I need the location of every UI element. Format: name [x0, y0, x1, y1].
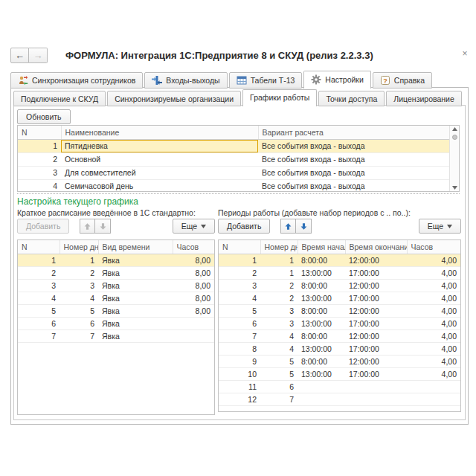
cell[interactable]: 4,00	[407, 355, 460, 367]
cell[interactable]: 8,00	[173, 292, 214, 304]
move-up-button[interactable]	[80, 219, 95, 234]
cell[interactable]: 8:00:00	[298, 355, 345, 367]
table-row[interactable]: 116	[219, 380, 460, 393]
tab-help[interactable]: ? Справка	[373, 72, 432, 89]
cell[interactable]: 4	[219, 292, 260, 304]
cell[interactable]: 13:00:00	[298, 342, 345, 355]
cell[interactable]: 13:00:00	[298, 367, 345, 380]
cell[interactable]	[407, 380, 460, 393]
table-row[interactable]: 11Явка8,00	[18, 254, 214, 266]
cell[interactable]: Явка	[98, 279, 173, 292]
cell[interactable]: 4	[60, 292, 98, 304]
cell[interactable]: 1	[60, 254, 98, 266]
cell[interactable]: 7	[260, 393, 298, 405]
cell[interactable]: Семичасовой день	[61, 179, 258, 192]
cell[interactable]: 12	[219, 393, 260, 405]
cell[interactable]: 8:00:00	[298, 254, 345, 266]
table-row[interactable]: 4Семичасовой деньВсе события входа - вых…	[18, 179, 449, 192]
cell[interactable]: 4	[18, 179, 61, 192]
cell[interactable]: 4,00	[407, 292, 460, 304]
table-row[interactable]: 538:00:0012:00:004,00	[219, 304, 460, 317]
column-header[interactable]: Вид времени	[98, 240, 173, 254]
cell[interactable]: 2	[18, 266, 60, 279]
cell[interactable]: Для совместителей	[61, 166, 258, 179]
column-header[interactable]: Наименование	[61, 126, 258, 139]
cell[interactable]	[173, 329, 214, 342]
cell[interactable]	[298, 393, 345, 405]
cell[interactable]: Явка	[98, 317, 173, 329]
cell[interactable]: 4,00	[407, 317, 460, 329]
cell[interactable]: 9	[219, 355, 260, 367]
cell[interactable]: 1	[219, 254, 260, 266]
move-up-button[interactable]	[280, 219, 296, 234]
tab-sync-employees[interactable]: Синхронизация сотрудников	[10, 72, 143, 89]
cell[interactable]: 4,00	[407, 254, 460, 266]
cell[interactable]: 7	[60, 329, 98, 342]
cell[interactable]: 12:00:00	[345, 304, 407, 317]
cell[interactable]	[345, 380, 407, 393]
tab-settings[interactable]: Настройки	[303, 71, 371, 89]
cell[interactable]: 5	[60, 304, 98, 317]
cell[interactable]: 17:00:00	[345, 266, 407, 279]
more-button[interactable]: Еще	[419, 219, 461, 234]
table-row[interactable]: 2113:00:0017:00:004,00	[219, 266, 460, 279]
column-header[interactable]: Номер дня	[60, 240, 98, 254]
cell[interactable]	[173, 317, 214, 329]
forward-button[interactable]: →	[29, 48, 48, 63]
table-row[interactable]: 77Явка	[18, 329, 214, 342]
table-row[interactable]: 33Явка8,00	[18, 279, 214, 292]
cell[interactable]	[407, 393, 460, 405]
cell[interactable]: 1	[18, 139, 61, 152]
scrollbar-thumb[interactable]	[452, 135, 457, 140]
move-down-button[interactable]	[95, 219, 111, 234]
cell[interactable]: 6	[60, 317, 98, 329]
cell[interactable]	[345, 393, 407, 405]
scroll-down-icon[interactable]	[452, 186, 457, 190]
cell[interactable]: Явка	[98, 329, 173, 342]
cell[interactable]: 11	[219, 380, 260, 393]
cell[interactable]: 2	[18, 152, 61, 166]
cell[interactable]: Все события входа - выхода	[258, 139, 449, 152]
cell[interactable]: 6	[219, 317, 260, 329]
cell[interactable]: 8:00:00	[298, 279, 345, 292]
cell[interactable]: 13:00:00	[298, 292, 345, 304]
cell[interactable]: 4	[260, 329, 298, 342]
subtab-licensing[interactable]: Лицензирование	[386, 91, 461, 106]
cell[interactable]: 12:00:00	[345, 279, 407, 292]
table-row[interactable]: 3Для совместителейВсе события входа - вы…	[18, 166, 449, 179]
table-row[interactable]: 55Явка8,00	[18, 304, 214, 317]
cell[interactable]: 8	[219, 342, 260, 355]
cell[interactable]: 8:00:00	[298, 304, 345, 317]
column-header[interactable]: Часов	[173, 240, 214, 254]
close-icon[interactable]: ×	[459, 48, 471, 60]
table-row[interactable]: 22Явка8,00	[18, 266, 214, 279]
cell[interactable]: 7	[18, 329, 60, 342]
cell[interactable]: 8,00	[173, 304, 214, 317]
add-button[interactable]: Добавить	[17, 219, 69, 234]
cell[interactable]	[298, 380, 345, 393]
subtab-synced-organizations[interactable]: Синхронизируемые организации	[107, 91, 241, 106]
table-row[interactable]: 1ПятидневкаВсе события входа - выхода	[18, 139, 449, 152]
column-header[interactable]: Время окончания	[345, 240, 407, 254]
cell[interactable]: 1	[18, 254, 60, 266]
cell[interactable]: Пятидневка	[61, 139, 258, 152]
cell[interactable]: 8,00	[173, 266, 214, 279]
table-row[interactable]: 6313:00:0017:00:004,00	[219, 317, 460, 329]
cell[interactable]: 3	[60, 279, 98, 292]
cell[interactable]: Основной	[61, 152, 258, 166]
table-row[interactable]: 10513:00:0017:00:004,00	[219, 367, 460, 380]
cell[interactable]: 6	[260, 380, 298, 393]
cell[interactable]: 10	[219, 367, 260, 380]
column-header[interactable]: N	[18, 240, 60, 254]
cell[interactable]: 12:00:00	[345, 355, 407, 367]
table-row[interactable]: 127	[219, 393, 460, 405]
cell[interactable]: 3	[260, 317, 298, 329]
cell[interactable]: 5	[219, 304, 260, 317]
table-row[interactable]: 328:00:0012:00:004,00	[219, 279, 460, 292]
vertical-scrollbar[interactable]	[449, 126, 459, 191]
subtab-access-points[interactable]: Точки доступа	[318, 91, 385, 106]
cell[interactable]: 4	[260, 342, 298, 355]
column-header[interactable]: Вариант расчета	[258, 126, 449, 139]
cell[interactable]: 8,00	[173, 254, 214, 266]
cell[interactable]: 5	[260, 367, 298, 380]
